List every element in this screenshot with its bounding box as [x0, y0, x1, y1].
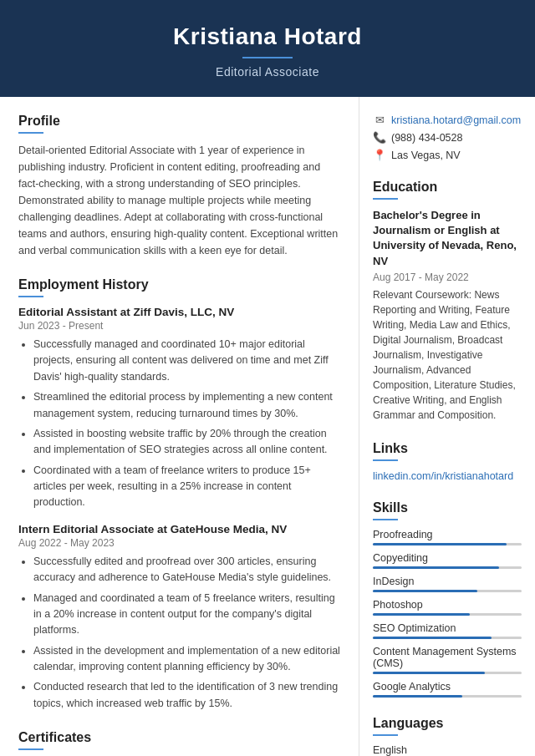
- languages-section: Languages English Indonesian: [373, 716, 522, 756]
- profile-divider: [18, 132, 43, 134]
- languages-divider: [373, 734, 398, 736]
- language-item: English: [373, 744, 522, 756]
- skill-bar-bg: [373, 566, 522, 569]
- skill-item: InDesign: [373, 576, 522, 592]
- contact-phone-item: 📞 (988) 434-0528: [373, 131, 522, 144]
- location-text: Las Vegas, NV: [391, 150, 461, 161]
- skill-name: Content Management Systems (CMS): [373, 646, 522, 669]
- email-icon: ✉: [373, 114, 386, 126]
- certificates-divider: [18, 748, 43, 750]
- skills-divider: [373, 519, 398, 520]
- skill-item: Proofreading: [373, 529, 522, 545]
- header-divider: [242, 57, 293, 58]
- employment-section: Employment History Editorial Assistant a…: [18, 277, 342, 712]
- bullet: Assisted in the development and implemen…: [33, 643, 342, 676]
- profile-title: Profile: [18, 114, 342, 129]
- links-section: Links linkedin.com/in/kristianahotard: [373, 441, 522, 482]
- skill-item: Copyediting: [373, 552, 522, 569]
- edu-degree: Bachelor's Degree in Journalism or Engli…: [373, 208, 522, 269]
- bullet: Streamlined the editorial process by imp…: [33, 389, 342, 422]
- skill-bar-bg: [373, 637, 522, 639]
- links-title: Links: [373, 441, 522, 456]
- location-icon: 📍: [373, 149, 386, 161]
- main-layout: Profile Detail-oriented Editorial Associ…: [0, 97, 535, 756]
- certificates-title: Certificates: [18, 730, 342, 745]
- education-section: Education Bachelor's Degree in Journalis…: [373, 180, 522, 423]
- right-column: ✉ kristiana.hotard@gmail.com 📞 (988) 434…: [359, 97, 535, 756]
- bullet: Coordinated with a team of freelance wri…: [33, 463, 342, 511]
- contact-location-item: 📍 Las Vegas, NV: [373, 149, 522, 161]
- profile-section: Profile Detail-oriented Editorial Associ…: [18, 114, 342, 259]
- job-2-bullets: Successfully edited and proofread over 3…: [18, 554, 342, 712]
- job-1-bullets: Successfully managed and coordinated 10+…: [18, 337, 342, 511]
- job-1-date: Jun 2023 - Present: [18, 320, 342, 332]
- skill-bar-fill: [373, 672, 485, 674]
- skill-item: Content Management Systems (CMS): [373, 646, 522, 674]
- bullet: Managed and coordinated a team of 5 free…: [33, 591, 342, 639]
- languages-list: English Indonesian: [373, 744, 522, 756]
- bullet: Successfully edited and proofread over 3…: [33, 554, 342, 586]
- candidate-title: Editorial Associate: [17, 65, 518, 79]
- skill-bar-fill: [373, 613, 470, 616]
- contact-email-item: ✉ kristiana.hotard@gmail.com: [373, 114, 522, 126]
- skill-name: SEO Optimization: [373, 622, 522, 634]
- education-title: Education: [373, 180, 522, 195]
- skill-item: Photoshop: [373, 599, 522, 616]
- skill-name: InDesign: [373, 576, 522, 587]
- resume-header: Kristiana Hotard Editorial Associate: [0, 0, 535, 97]
- job-2: Intern Editorial Associate at GateHouse …: [18, 523, 342, 712]
- job-1: Editorial Assistant at Ziff Davis, LLC, …: [18, 306, 342, 511]
- skill-bar-fill: [373, 590, 477, 592]
- skills-title: Skills: [373, 500, 522, 515]
- skills-section: Skills Proofreading Copyediting InDesign…: [373, 500, 522, 698]
- skill-item: Google Analytics: [373, 681, 522, 698]
- phone-text: (988) 434-0528: [391, 132, 462, 144]
- skill-bar-bg: [373, 543, 522, 545]
- skill-item: SEO Optimization: [373, 622, 522, 639]
- contact-section: ✉ kristiana.hotard@gmail.com 📞 (988) 434…: [373, 114, 522, 161]
- links-divider: [373, 459, 398, 461]
- bullet: Successfully managed and coordinated 10+…: [33, 337, 342, 385]
- skill-bar-fill: [373, 637, 492, 639]
- skill-name: Copyediting: [373, 552, 522, 564]
- employment-title: Employment History: [18, 277, 342, 292]
- skill-name: Proofreading: [373, 529, 522, 540]
- job-2-title: Intern Editorial Associate at GateHouse …: [18, 523, 342, 535]
- skill-name: Photoshop: [373, 599, 522, 611]
- bullet: Assisted in boosting website traffic by …: [33, 426, 342, 459]
- edu-date: Aug 2017 - May 2022: [373, 271, 522, 283]
- job-1-title: Editorial Assistant at Ziff Davis, LLC, …: [18, 306, 342, 318]
- skill-bar-bg: [373, 695, 522, 698]
- skills-list: Proofreading Copyediting InDesign Photos…: [373, 529, 522, 698]
- certificates-section: Certificates Certified Professional Edit…: [18, 730, 342, 756]
- edu-coursework: Relevant Coursework: News Reporting and …: [373, 287, 522, 423]
- skill-bar-fill: [373, 695, 462, 698]
- job-2-date: Aug 2022 - May 2023: [18, 537, 342, 549]
- phone-icon: 📞: [373, 131, 386, 144]
- skill-bar-fill: [373, 543, 507, 545]
- left-column: Profile Detail-oriented Editorial Associ…: [0, 97, 359, 756]
- linkedin-link[interactable]: linkedin.com/in/kristianahotard: [373, 470, 513, 482]
- candidate-name: Kristiana Hotard: [17, 23, 518, 50]
- education-divider: [373, 198, 398, 200]
- skill-bar-bg: [373, 613, 522, 616]
- lang-name: English: [373, 744, 522, 756]
- email-link[interactable]: kristiana.hotard@gmail.com: [391, 114, 521, 126]
- employment-divider: [18, 296, 43, 297]
- skill-bar-bg: [373, 590, 522, 592]
- bullet: Conducted research that led to the ident…: [33, 679, 342, 712]
- skill-bar-fill: [373, 566, 499, 569]
- profile-text: Detail-oriented Editorial Associate with…: [18, 142, 342, 259]
- skill-bar-bg: [373, 672, 522, 674]
- languages-title: Languages: [373, 716, 522, 731]
- skill-name: Google Analytics: [373, 681, 522, 693]
